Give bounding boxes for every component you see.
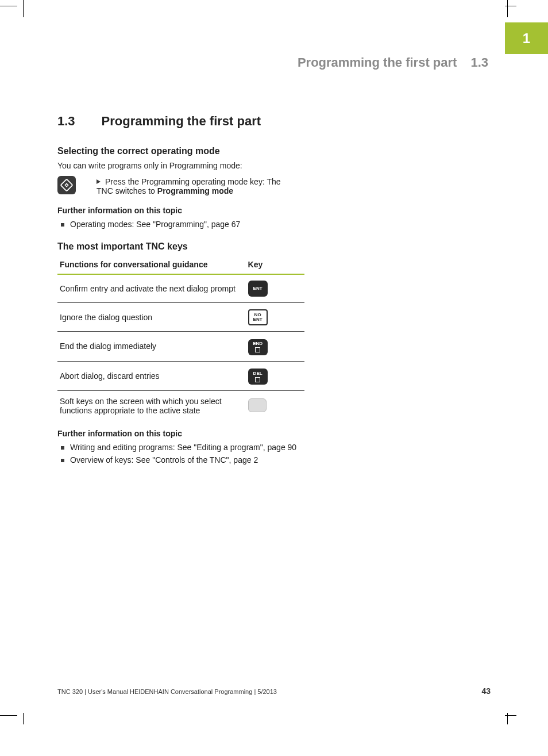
crop-mark <box>23 713 24 724</box>
section-heading: 1.3 Programming the first part <box>57 114 494 129</box>
table-header-functions: Functions for conversational guidance <box>57 256 246 274</box>
del-key-icon: DEL <box>248 369 268 385</box>
tnc-keys-table: Functions for conversational guidance Ke… <box>57 256 304 421</box>
subheading-selecting-mode: Selecting the correct operating mode <box>57 146 494 156</box>
further-info-heading-1: Further information on this topic <box>57 206 494 215</box>
intro-text: You can write programs only in Programmi… <box>57 161 494 170</box>
crop-mark <box>0 715 17 716</box>
table-row: Ignore the dialog question NOENT <box>57 303 304 332</box>
page-number: 43 <box>481 686 491 696</box>
list-item: Writing and editing programs: See "Editi… <box>57 443 310 452</box>
further-info-list-2: Writing and editing programs: See "Editi… <box>57 443 494 465</box>
svg-rect-0 <box>61 179 73 191</box>
table-key <box>246 391 304 421</box>
table-row: End the dialog immediately END <box>57 332 304 362</box>
table-desc: Confirm entry and activate the next dial… <box>57 274 246 303</box>
table-desc: Abort dialog, discard entries <box>57 361 246 391</box>
section-title: Programming the first part <box>102 114 261 129</box>
list-item: Overview of keys: See "Controls of the T… <box>57 455 310 465</box>
table-header-key: Key <box>246 256 304 274</box>
instruction-text: Press the Programming operating mode key… <box>97 176 298 195</box>
crop-mark <box>23 0 24 17</box>
further-info-heading-2: Further information on this topic <box>57 429 494 438</box>
list-item: Operating modes: See "Programming", page… <box>57 220 310 229</box>
table-key: NOENT <box>246 303 304 332</box>
instruction-bold: Programming mode <box>157 186 233 195</box>
table-row: Confirm entry and activate the next dial… <box>57 274 304 303</box>
instruction-row: Press the Programming operating mode key… <box>57 176 494 195</box>
table-row: Abort dialog, discard entries DEL <box>57 361 304 391</box>
table-desc: Soft keys on the screen with which you s… <box>57 391 246 421</box>
end-key-icon: END <box>248 339 268 355</box>
crop-mark <box>0 6 17 6</box>
section-number: 1.3 <box>57 114 75 129</box>
running-header: Programming the first part 1.3 <box>298 55 488 70</box>
table-key: END <box>246 332 304 362</box>
footer-text: TNC 320 | User's Manual HEIDENHAIN Conve… <box>57 688 277 695</box>
further-info-list-1: Operating modes: See "Programming", page… <box>57 220 494 229</box>
programming-mode-key-icon <box>57 176 76 194</box>
subheading-tnc-keys: The most important TNC keys <box>57 241 494 252</box>
table-key: ENT <box>246 274 304 303</box>
crop-mark <box>507 713 508 724</box>
table-desc: Ignore the dialog question <box>57 303 246 332</box>
page: 1 Programming the first part 1.3 1.3 Pro… <box>0 0 548 756</box>
crop-mark <box>507 0 508 17</box>
arrow-icon <box>97 179 101 184</box>
table-row: Soft keys on the screen with which you s… <box>57 391 304 421</box>
ent-key-icon: ENT <box>248 281 268 297</box>
crop-mark <box>505 6 516 6</box>
page-footer: TNC 320 | User's Manual HEIDENHAIN Conve… <box>57 686 491 696</box>
header-title: Programming the first part <box>298 55 457 70</box>
crop-mark <box>505 715 516 716</box>
table-desc: End the dialog immediately <box>57 332 246 362</box>
header-section-number: 1.3 <box>470 55 488 70</box>
softkey-icon <box>248 398 267 412</box>
chapter-tab: 1 <box>505 22 548 54</box>
content-area: 1.3 Programming the first part Selecting… <box>57 114 494 477</box>
table-key: DEL <box>246 361 304 391</box>
no-ent-key-icon: NOENT <box>248 309 268 325</box>
